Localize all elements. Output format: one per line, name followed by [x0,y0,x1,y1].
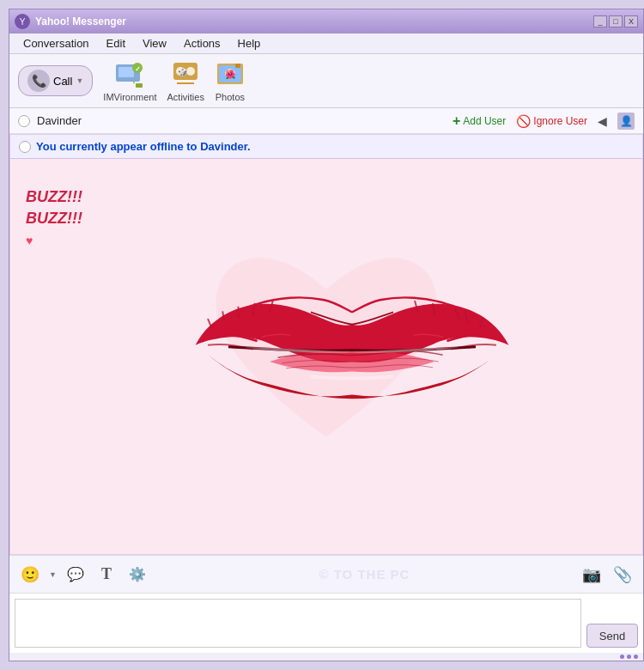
chat-style-button[interactable]: 💬 [64,563,88,587]
offline-status-dot [19,141,31,153]
main-window: Y Yahoo! Messenger _ □ X Conversation Ed… [9,9,644,661]
emoji-button[interactable]: 🙂 [18,563,42,587]
paperclip-icon: 📎 [613,565,632,584]
block-icon: 🚫 [516,114,531,128]
app-icon: Y [15,14,30,29]
svg-rect-4 [136,83,143,88]
ignore-user-label: Ignore User [533,115,587,127]
attachment-button[interactable]: 📎 [611,563,635,587]
titlebar: Y Yahoo! Messenger _ □ X [9,9,643,34]
menu-help[interactable]: Help [231,35,268,52]
left-arrow-icon: ◀ [598,114,607,128]
minimize-button[interactable]: _ [593,15,607,27]
watermark: © TO THE PC [156,567,573,582]
photos-icon: 🌺 [215,59,246,90]
buzz-text: BUZZ!!! BUZZ!!! ♥ [26,186,82,252]
menu-actions[interactable]: Actions [177,35,228,52]
emoji-dropdown-arrow: ▼ [49,570,57,579]
ignore-user-button[interactable]: 🚫 Ignore User [516,114,587,128]
gear-icon: ⚙️ [129,566,146,582]
message-input[interactable] [15,599,581,648]
contact-status-indicator [18,115,30,127]
svg-text:✓: ✓ [135,65,141,73]
photos-label: Photos [216,92,245,102]
call-button[interactable]: 📞 Call ▼ [18,65,93,96]
bottom-dots [9,653,643,661]
titlebar-title: Yahoo! Messenger [35,15,126,27]
chat-style-icon: 💬 [67,566,84,582]
dot-3 [634,655,638,659]
titlebar-controls: _ □ X [593,15,638,27]
contact-icon-button[interactable]: 👤 [617,113,635,130]
menu-conversation[interactable]: Conversation [16,35,96,52]
bottom-toolbar: 🙂 ▼ 💬 T ⚙️ © TO THE PC 📷 📎 [9,555,643,593]
contactbar: Davinder + Add User 🚫 Ignore User ◀ 👤 [9,108,643,134]
text-icon: T [101,565,112,583]
call-dropdown-arrow: ▼ [76,76,83,85]
menu-view[interactable]: View [136,35,173,52]
call-label: Call [53,75,72,88]
maximize-button[interactable]: □ [609,15,623,27]
menu-edit[interactable]: Edit [100,35,132,52]
send-button[interactable]: Send [586,624,638,648]
toolbar: 📞 Call ▼ ✓ IMVironment [9,54,643,108]
imvironment-icon: ✓ [114,59,145,90]
titlebar-left: Y Yahoo! Messenger [15,14,126,29]
offline-notice: You currently appear offline to Davinder… [10,135,642,159]
phone-icon: 📞 [27,70,50,92]
svg-rect-14 [235,64,240,68]
photos-button[interactable]: 🌺 Photos [215,59,246,102]
camera-icon: 📷 [582,565,601,584]
buzz-line-2: BUZZ!!! [26,208,82,229]
add-user-button[interactable]: + Add User [453,113,506,129]
person-icon: 👤 [620,115,633,127]
close-button[interactable]: X [624,15,638,27]
dot-2 [627,655,631,659]
svg-point-8 [186,67,195,76]
watermark-text: © TO THE PC [319,567,410,582]
menubar: Conversation Edit View Actions Help [9,34,643,54]
svg-rect-1 [118,67,134,77]
heart-emoji: ♥ [26,234,33,247]
imvironment-button[interactable]: ✓ IMVironment [103,59,156,102]
settings-button[interactable]: ⚙️ [125,563,149,587]
contact-actions: + Add User 🚫 Ignore User ◀ 👤 [453,113,635,130]
buzz-line-1: BUZZ!!! [26,186,82,208]
contact-name: Davinder [37,114,446,127]
activities-button[interactable]: 🎲 Activities [167,59,204,102]
plus-icon: + [453,113,460,129]
input-area: Send [9,593,643,653]
smiley-icon: 🙂 [21,565,39,584]
activities-label: Activities [167,92,204,102]
offline-text: You currently appear offline to Davinder… [36,140,251,153]
lips-image [79,169,625,554]
imvironment-label: IMVironment [103,92,156,102]
svg-text:🎲: 🎲 [178,67,188,77]
dot-1 [620,655,624,659]
text-format-button[interactable]: T [94,563,118,587]
add-user-label: Add User [463,115,506,127]
webcam-button[interactable]: 📷 [580,563,604,587]
activities-icon: 🎲 [170,59,201,90]
svg-text:🌺: 🌺 [225,69,236,80]
chat-area: You currently appear offline to Davinder… [9,134,643,555]
